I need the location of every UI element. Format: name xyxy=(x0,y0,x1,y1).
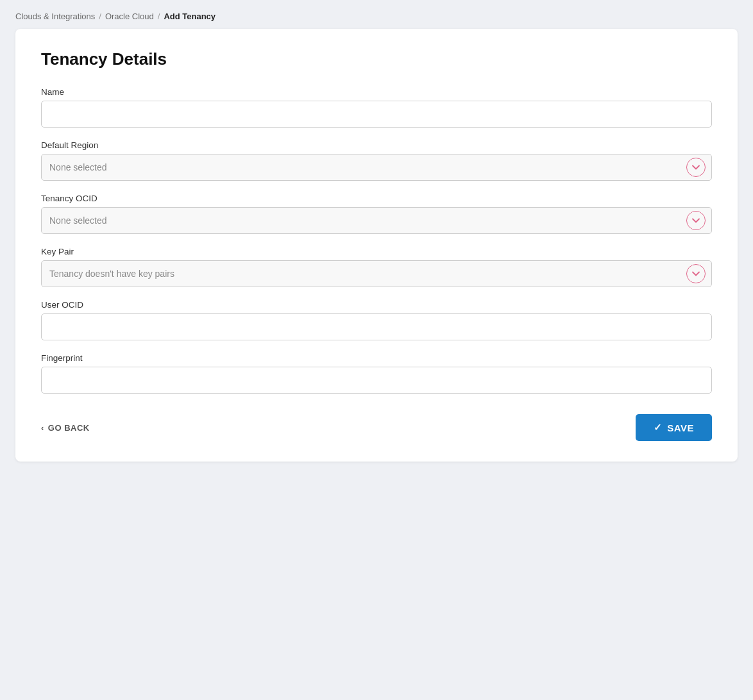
go-back-label: GO BACK xyxy=(48,423,90,433)
tenancy-ocid-value: None selected xyxy=(49,215,107,226)
key-pair-placeholder: Tenancy doesn't have key pairs xyxy=(49,269,174,279)
tenancy-ocid-group: Tenancy OCID None selected xyxy=(41,194,712,234)
default-region-chevron[interactable] xyxy=(686,158,706,177)
default-region-value: None selected xyxy=(49,162,107,172)
default-region-select-wrapper: None selected xyxy=(41,154,712,181)
save-label: SAVE xyxy=(667,422,694,433)
breadcrumb-sep-2: / xyxy=(158,12,160,21)
name-group: Name xyxy=(41,87,712,128)
user-ocid-group: User OCID xyxy=(41,300,712,340)
save-button[interactable]: ✓ SAVE xyxy=(636,414,712,441)
breadcrumb-current: Add Tenancy xyxy=(164,12,216,21)
tenancy-form: Name Default Region None selected xyxy=(41,87,712,394)
breadcrumb: Clouds & Integrations / Oracle Cloud / A… xyxy=(0,0,753,29)
key-pair-select-wrapper: Tenancy doesn't have key pairs xyxy=(41,260,712,287)
user-ocid-label: User OCID xyxy=(41,300,712,310)
fingerprint-label: Fingerprint xyxy=(41,353,712,363)
fingerprint-input[interactable] xyxy=(41,367,712,394)
tenancy-ocid-select[interactable]: None selected xyxy=(41,207,712,234)
default-region-group: Default Region None selected xyxy=(41,140,712,181)
save-check-icon: ✓ xyxy=(654,422,663,433)
breadcrumb-clouds[interactable]: Clouds & Integrations xyxy=(15,12,95,21)
breadcrumb-oracle[interactable]: Oracle Cloud xyxy=(105,12,154,21)
tenancy-ocid-label: Tenancy OCID xyxy=(41,194,712,203)
breadcrumb-sep-1: / xyxy=(99,12,101,21)
key-pair-group: Key Pair Tenancy doesn't have key pairs xyxy=(41,247,712,287)
name-input[interactable] xyxy=(41,101,712,128)
key-pair-label: Key Pair xyxy=(41,247,712,256)
name-label: Name xyxy=(41,87,712,97)
tenancy-ocid-chevron[interactable] xyxy=(686,211,706,230)
key-pair-select[interactable]: Tenancy doesn't have key pairs xyxy=(41,260,712,287)
go-back-button[interactable]: ‹ GO BACK xyxy=(41,423,90,433)
key-pair-chevron[interactable] xyxy=(686,264,706,283)
tenancy-card: Tenancy Details Name Default Region None… xyxy=(15,29,738,462)
fingerprint-group: Fingerprint xyxy=(41,353,712,394)
default-region-select[interactable]: None selected xyxy=(41,154,712,181)
form-actions: ‹ GO BACK ✓ SAVE xyxy=(41,409,712,441)
go-back-chevron-icon: ‹ xyxy=(41,423,44,433)
page-title: Tenancy Details xyxy=(41,49,712,69)
tenancy-ocid-select-wrapper: None selected xyxy=(41,207,712,234)
user-ocid-input[interactable] xyxy=(41,313,712,340)
default-region-label: Default Region xyxy=(41,140,712,150)
page-wrapper: Tenancy Details Name Default Region None… xyxy=(0,29,753,477)
